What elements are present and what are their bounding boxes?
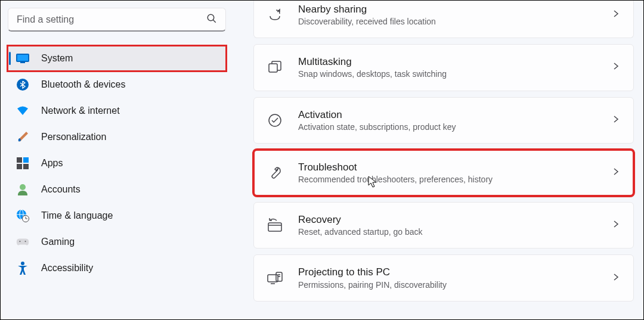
search-input[interactable] xyxy=(17,14,206,25)
chevron-right-icon xyxy=(612,10,620,20)
card-nearby-sharing[interactable]: Nearby sharing Discoverability, received… xyxy=(253,1,634,38)
multitasking-icon xyxy=(267,60,283,75)
svg-line-1 xyxy=(213,20,216,23)
card-title: Multitasking xyxy=(298,55,596,69)
svg-rect-8 xyxy=(17,164,22,169)
card-desc: Activation state, subscriptions, product… xyxy=(298,122,596,132)
sidebar-item-system[interactable]: System xyxy=(8,46,226,71)
card-desc: Snap windows, desktops, task switching xyxy=(298,69,596,79)
project-icon xyxy=(267,271,283,286)
accessibility-icon xyxy=(16,262,29,275)
brush-icon xyxy=(16,131,29,144)
svg-point-19 xyxy=(21,262,24,265)
wifi-icon xyxy=(16,104,29,117)
sidebar-item-label: Apps xyxy=(41,158,63,169)
card-recovery[interactable]: Recovery Reset, advanced startup, go bac… xyxy=(253,202,634,248)
sidebar-item-accessibility[interactable]: Accessibility xyxy=(8,256,226,281)
globe-clock-icon xyxy=(16,209,29,222)
sidebar-item-label: Accessibility xyxy=(41,263,93,274)
bluetooth-icon xyxy=(16,78,29,91)
card-projecting[interactable]: Projecting to this PC Permissions, pairi… xyxy=(253,254,634,301)
recovery-icon xyxy=(267,218,283,233)
svg-rect-3 xyxy=(17,55,28,61)
wrench-icon xyxy=(267,165,283,181)
svg-rect-20 xyxy=(269,64,277,72)
search-box[interactable] xyxy=(8,8,226,32)
card-text: Activation Activation state, subscriptio… xyxy=(298,108,596,132)
card-title: Activation xyxy=(298,108,596,122)
sidebar-item-label: System xyxy=(41,53,73,64)
chevron-right-icon xyxy=(612,167,620,178)
search-icon xyxy=(206,13,217,26)
card-title: Nearby sharing xyxy=(298,3,596,16)
gamepad-icon xyxy=(16,235,29,248)
svg-point-17 xyxy=(19,241,20,242)
card-title: Recovery xyxy=(298,213,596,226)
card-desc: Recommended troubleshooters, preferences… xyxy=(298,174,596,185)
card-title: Projecting to this PC xyxy=(298,266,596,279)
card-text: Multitasking Snap windows, desktops, tas… xyxy=(298,55,596,79)
card-text: Projecting to this PC Permissions, pairi… xyxy=(298,266,596,290)
sidebar-item-personalization[interactable]: Personalization xyxy=(8,125,226,150)
apps-icon xyxy=(16,157,29,170)
sidebar-item-bluetooth[interactable]: Bluetooth & devices xyxy=(8,72,226,97)
chevron-right-icon xyxy=(612,220,620,231)
sidebar-item-label: Network & internet xyxy=(41,105,120,116)
card-text: Troubleshoot Recommended troubleshooters… xyxy=(298,161,596,185)
sidebar-item-label: Gaming xyxy=(41,237,75,247)
share-icon xyxy=(267,7,283,23)
svg-point-0 xyxy=(208,14,214,21)
check-circle-icon xyxy=(267,113,283,128)
svg-rect-9 xyxy=(23,164,29,169)
card-activation[interactable]: Activation Activation state, subscriptio… xyxy=(253,97,634,144)
svg-point-10 xyxy=(20,184,26,190)
sidebar-item-label: Personalization xyxy=(41,132,106,142)
card-text: Nearby sharing Discoverability, received… xyxy=(298,3,596,27)
sidebar-item-network[interactable]: Network & internet xyxy=(8,98,226,123)
system-icon xyxy=(16,52,29,65)
sidebar-item-time-language[interactable]: Time & language xyxy=(8,203,226,228)
card-desc: Reset, advanced startup, go back xyxy=(298,226,596,237)
sidebar-item-gaming[interactable]: Gaming xyxy=(8,229,226,254)
chevron-right-icon xyxy=(612,273,620,284)
main-content: Nearby sharing Discoverability, received… xyxy=(233,1,643,319)
sidebar: System Bluetooth & devices Network & int… xyxy=(1,1,233,319)
chevron-right-icon xyxy=(612,62,620,73)
card-desc: Permissions, pairing PIN, discoverabilit… xyxy=(298,279,596,290)
svg-rect-6 xyxy=(17,157,22,163)
card-desc: Discoverability, received files location xyxy=(298,16,596,27)
svg-rect-7 xyxy=(23,157,29,163)
svg-rect-22 xyxy=(268,223,281,231)
sidebar-item-accounts[interactable]: Accounts xyxy=(8,177,226,202)
card-title: Troubleshoot xyxy=(298,161,596,174)
card-multitasking[interactable]: Multitasking Snap windows, desktops, tas… xyxy=(253,44,634,91)
svg-rect-4 xyxy=(20,62,25,63)
sidebar-item-label: Accounts xyxy=(41,184,80,195)
sidebar-item-label: Time & language xyxy=(41,210,113,221)
chevron-right-icon xyxy=(612,115,620,126)
person-icon xyxy=(16,183,29,196)
sidebar-item-label: Bluetooth & devices xyxy=(41,79,125,90)
card-text: Recovery Reset, advanced startup, go bac… xyxy=(298,213,596,237)
card-troubleshoot[interactable]: Troubleshoot Recommended troubleshooters… xyxy=(253,150,634,196)
sidebar-item-apps[interactable]: Apps xyxy=(8,151,226,176)
svg-point-18 xyxy=(24,241,26,242)
